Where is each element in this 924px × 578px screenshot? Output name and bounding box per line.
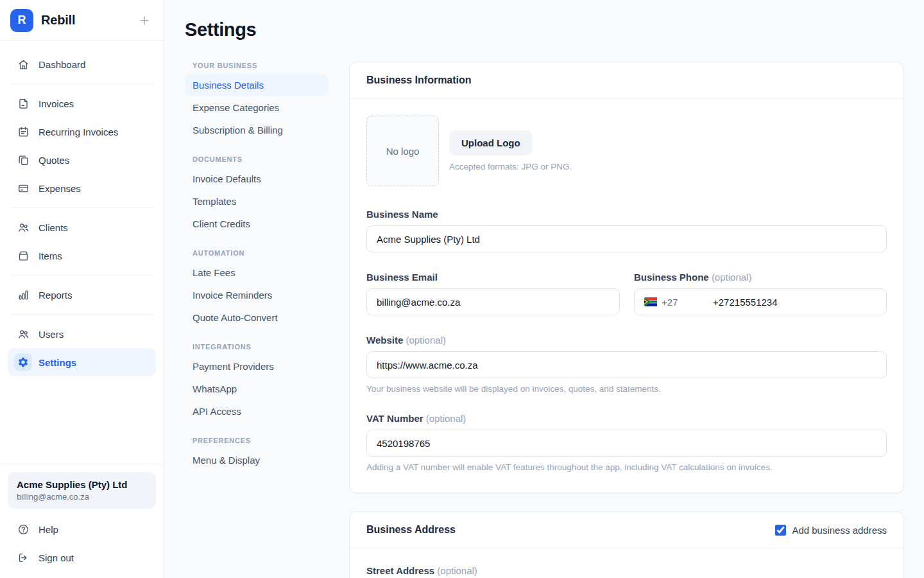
log-out-icon	[14, 548, 32, 566]
sidebar-item-reports[interactable]: Reports	[8, 281, 156, 309]
bar-chart-icon	[14, 286, 32, 304]
optional-tag: (optional)	[426, 413, 466, 424]
people-icon	[14, 325, 32, 343]
sidebar-item-label: Reports	[38, 290, 73, 301]
phone-number-input[interactable]	[713, 289, 886, 315]
accepted-formats-note: Accepted formats: JPG or PNG.	[449, 162, 572, 171]
divider	[10, 83, 153, 84]
business-phone-field-group: Business Phone (optional)	[634, 272, 887, 315]
business-email-input[interactable]	[366, 288, 620, 315]
website-label: Website (optional)	[366, 335, 887, 346]
card-body: No logo Upload Logo Accepted formats: JP…	[350, 99, 903, 493]
vat-number-label: VAT Number (optional)	[366, 413, 887, 424]
business-email-label: Business Email	[366, 272, 620, 283]
logo-actions: Upload Logo Accepted formats: JPG or PNG…	[449, 130, 572, 171]
sidebar-nav: Dashboard Invoices Recurring Invoices Qu…	[0, 41, 164, 464]
settings-nav-item-menu-display[interactable]: Menu & Display	[185, 450, 329, 471]
sidebar-item-help[interactable]: Help	[8, 515, 156, 543]
sidebar-item-label: Expenses	[38, 183, 81, 194]
sidebar-item-label: Help	[38, 524, 58, 535]
dial-code: +27	[662, 297, 678, 308]
settings-nav-item-late-fees[interactable]: Late Fees	[185, 262, 329, 283]
add-new-button[interactable]	[137, 13, 152, 28]
optional-tag: (optional)	[712, 272, 752, 283]
card-title: Business Information	[366, 74, 472, 86]
gear-icon	[14, 353, 32, 371]
account-email: billing@acme.co.za	[17, 492, 147, 502]
settings-nav-item-api-access[interactable]: API Access	[185, 401, 329, 422]
settings-nav-section-integrations: INTEGRATIONS Payment Providers WhatsApp …	[185, 343, 329, 422]
settings-nav-item-invoice-defaults[interactable]: Invoice Defaults	[185, 168, 329, 189]
settings-nav-item-expense-categories[interactable]: Expense Categories	[185, 97, 329, 118]
brand-name: Rebill	[41, 13, 137, 28]
logo-placeholder-text: No logo	[386, 146, 420, 157]
section-header: PREFERENCES	[185, 437, 329, 444]
business-phone-label: Business Phone (optional)	[634, 272, 887, 283]
sidebar: R Rebill Dashboard Invoices Recurring	[0, 0, 164, 578]
box-icon	[14, 247, 32, 265]
settings-nav-section-documents: DOCUMENTS Invoice Defaults Templates Cli…	[185, 155, 329, 234]
settings-nav-item-templates[interactable]: Templates	[185, 191, 329, 212]
vat-helper-text: Adding a VAT number will enable VAT feat…	[366, 462, 887, 472]
section-header: YOUR BUSINESS	[185, 62, 329, 69]
invoice-icon	[14, 94, 32, 112]
sidebar-item-clients[interactable]: Clients	[8, 213, 156, 241]
add-business-address-label[interactable]: Add business address	[792, 525, 887, 536]
sidebar-item-items[interactable]: Items	[8, 241, 156, 270]
settings-nav-item-whatsapp[interactable]: WhatsApp	[185, 378, 329, 399]
add-business-address-toggle: Add business address	[775, 525, 887, 536]
section-header: INTEGRATIONS	[185, 343, 329, 351]
sidebar-item-label: Items	[38, 250, 62, 261]
settings-nav-item-quote-auto-convert[interactable]: Quote Auto-Convert	[185, 307, 329, 328]
main-content: Settings YOUR BUSINESS Business Details …	[164, 0, 924, 578]
section-header: DOCUMENTS	[185, 155, 329, 163]
home-icon	[14, 55, 32, 73]
sidebar-item-label: Quotes	[38, 155, 69, 166]
brand-initial: R	[18, 13, 26, 27]
calendar-icon	[14, 123, 32, 141]
settings-nav-item-payment-providers[interactable]: Payment Providers	[185, 356, 329, 377]
sidebar-item-label: Recurring Invoices	[38, 127, 118, 137]
account-card[interactable]: Acme Supplies (Pty) Ltd billing@acme.co.…	[8, 472, 156, 509]
website-field-group: Website (optional) Your business website…	[366, 335, 887, 394]
people-icon	[14, 218, 32, 236]
settings-nav-item-business-details[interactable]: Business Details	[185, 74, 329, 96]
vat-number-input[interactable]	[366, 430, 887, 457]
sidebar-item-quotes[interactable]: Quotes	[8, 146, 156, 174]
divider	[10, 275, 153, 276]
sidebar-item-settings[interactable]: Settings	[8, 348, 156, 376]
business-phone-input: +27	[634, 288, 887, 315]
settings-nav-item-subscription-billing[interactable]: Subscription & Billing	[185, 119, 329, 141]
account-name: Acme Supplies (Pty) Ltd	[17, 479, 147, 490]
dial-code-selector[interactable]: +27	[635, 297, 713, 308]
sidebar-item-sign-out[interactable]: Sign out	[8, 543, 156, 572]
website-input[interactable]	[366, 351, 887, 378]
business-name-input[interactable]	[366, 225, 887, 252]
settings-nav-item-client-credits[interactable]: Client Credits	[185, 213, 329, 234]
settings-nav-item-invoice-reminders[interactable]: Invoice Reminders	[185, 285, 329, 306]
settings-nav-section-preferences: PREFERENCES Menu & Display	[185, 437, 329, 471]
sidebar-footer: Acme Supplies (Pty) Ltd billing@acme.co.…	[0, 464, 164, 578]
sidebar-item-recurring-invoices[interactable]: Recurring Invoices	[8, 118, 156, 146]
sidebar-item-dashboard[interactable]: Dashboard	[8, 50, 156, 78]
street-address-field-group: Street Address (optional)	[366, 565, 887, 578]
plus-icon	[138, 14, 151, 27]
card-header: Business Address Add business address	[350, 512, 903, 548]
website-helper-text: Your business website will be displayed …	[366, 384, 887, 394]
upload-logo-button[interactable]: Upload Logo	[449, 130, 533, 155]
business-email-field-group: Business Email	[366, 272, 620, 315]
card-title: Business Address	[366, 524, 456, 536]
sidebar-item-label: Dashboard	[38, 59, 85, 70]
divider	[10, 314, 153, 315]
logo-placeholder: No logo	[366, 116, 439, 186]
sidebar-item-expenses[interactable]: Expenses	[8, 174, 156, 202]
add-business-address-checkbox[interactable]	[775, 525, 786, 536]
settings-nav: YOUR BUSINESS Business Details Expense C…	[185, 62, 329, 486]
settings-nav-section-automation: AUTOMATION Late Fees Invoice Reminders Q…	[185, 249, 329, 328]
logo-upload-row: No logo Upload Logo Accepted formats: JP…	[366, 116, 887, 186]
page-title: Settings	[185, 19, 904, 40]
sidebar-item-label: Invoices	[38, 98, 74, 109]
sidebar-item-invoices[interactable]: Invoices	[8, 89, 156, 118]
sidebar-item-users[interactable]: Users	[8, 320, 156, 348]
optional-tag: (optional)	[437, 565, 477, 576]
